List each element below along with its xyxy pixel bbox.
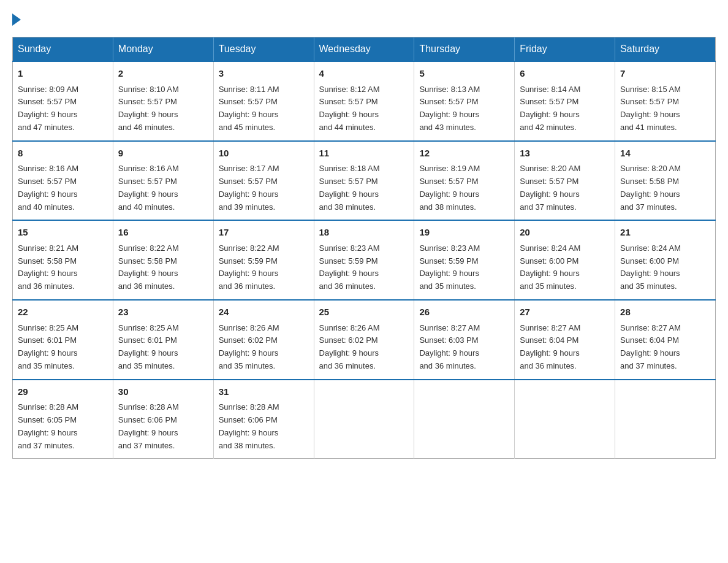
day-info: Sunrise: 8:25 AM Sunset: 6:01 PM Dayligh… xyxy=(118,322,208,373)
calendar-week-row: 15 Sunrise: 8:21 AM Sunset: 5:58 PM Dayl… xyxy=(13,220,716,300)
calendar-cell: 31 Sunrise: 8:28 AM Sunset: 6:06 PM Dayl… xyxy=(213,380,314,459)
calendar-cell: 18 Sunrise: 8:23 AM Sunset: 5:59 PM Dayl… xyxy=(314,220,414,300)
calendar-cell: 1 Sunrise: 8:09 AM Sunset: 5:57 PM Dayli… xyxy=(13,61,113,141)
day-number: 1 xyxy=(18,67,108,81)
day-info: Sunrise: 8:20 AM Sunset: 5:58 PM Dayligh… xyxy=(620,163,710,213)
day-info: Sunrise: 8:16 AM Sunset: 5:57 PM Dayligh… xyxy=(18,163,108,213)
calendar-cell: 27 Sunrise: 8:27 AM Sunset: 6:04 PM Dayl… xyxy=(515,300,615,380)
calendar-cell: 29 Sunrise: 8:28 AM Sunset: 6:05 PM Dayl… xyxy=(13,380,113,459)
day-info: Sunrise: 8:21 AM Sunset: 5:58 PM Dayligh… xyxy=(18,242,108,293)
day-info: Sunrise: 8:27 AM Sunset: 6:04 PM Dayligh… xyxy=(620,322,710,373)
day-number: 31 xyxy=(219,385,309,399)
page-header xyxy=(12,12,716,26)
calendar-cell: 16 Sunrise: 8:22 AM Sunset: 5:58 PM Dayl… xyxy=(113,220,213,300)
calendar-cell xyxy=(314,380,414,459)
calendar-cell: 21 Sunrise: 8:24 AM Sunset: 6:00 PM Dayl… xyxy=(615,220,716,300)
calendar-cell: 12 Sunrise: 8:19 AM Sunset: 5:57 PM Dayl… xyxy=(414,141,515,221)
day-number: 24 xyxy=(219,305,309,320)
day-number: 17 xyxy=(219,226,309,240)
day-number: 29 xyxy=(18,385,108,399)
day-number: 5 xyxy=(419,67,509,81)
day-info: Sunrise: 8:15 AM Sunset: 5:57 PM Dayligh… xyxy=(620,83,710,134)
day-number: 7 xyxy=(620,67,710,81)
weekday-header-saturday: Saturday xyxy=(615,37,716,62)
day-number: 28 xyxy=(620,305,710,320)
calendar-cell xyxy=(615,380,716,459)
day-info: Sunrise: 8:25 AM Sunset: 6:01 PM Dayligh… xyxy=(18,322,108,373)
day-info: Sunrise: 8:18 AM Sunset: 5:57 PM Dayligh… xyxy=(319,163,409,213)
calendar-cell: 10 Sunrise: 8:17 AM Sunset: 5:57 PM Dayl… xyxy=(213,141,314,221)
day-info: Sunrise: 8:10 AM Sunset: 5:57 PM Dayligh… xyxy=(118,83,208,134)
day-info: Sunrise: 8:28 AM Sunset: 6:06 PM Dayligh… xyxy=(219,401,309,452)
calendar-cell: 11 Sunrise: 8:18 AM Sunset: 5:57 PM Dayl… xyxy=(314,141,414,221)
day-info: Sunrise: 8:28 AM Sunset: 6:05 PM Dayligh… xyxy=(18,401,108,452)
calendar-cell: 25 Sunrise: 8:26 AM Sunset: 6:02 PM Dayl… xyxy=(314,300,414,380)
calendar-cell: 23 Sunrise: 8:25 AM Sunset: 6:01 PM Dayl… xyxy=(113,300,213,380)
weekday-header-row: SundayMondayTuesdayWednesdayThursdayFrid… xyxy=(13,37,716,62)
day-number: 25 xyxy=(319,305,409,320)
calendar-cell: 22 Sunrise: 8:25 AM Sunset: 6:01 PM Dayl… xyxy=(13,300,113,380)
day-number: 14 xyxy=(620,147,710,161)
day-number: 12 xyxy=(419,147,509,161)
day-info: Sunrise: 8:24 AM Sunset: 6:00 PM Dayligh… xyxy=(620,242,710,293)
calendar-cell: 3 Sunrise: 8:11 AM Sunset: 5:57 PM Dayli… xyxy=(213,61,314,141)
day-number: 27 xyxy=(520,305,610,320)
day-number: 10 xyxy=(219,147,309,161)
calendar-cell xyxy=(414,380,515,459)
day-info: Sunrise: 8:19 AM Sunset: 5:57 PM Dayligh… xyxy=(419,163,509,213)
day-info: Sunrise: 8:11 AM Sunset: 5:57 PM Dayligh… xyxy=(219,83,309,134)
calendar-cell: 4 Sunrise: 8:12 AM Sunset: 5:57 PM Dayli… xyxy=(314,61,414,141)
weekday-header-tuesday: Tuesday xyxy=(213,37,314,62)
calendar-cell: 14 Sunrise: 8:20 AM Sunset: 5:58 PM Dayl… xyxy=(615,141,716,221)
day-number: 30 xyxy=(118,385,208,399)
day-info: Sunrise: 8:26 AM Sunset: 6:02 PM Dayligh… xyxy=(219,322,309,373)
weekday-header-wednesday: Wednesday xyxy=(314,37,414,62)
calendar-week-row: 29 Sunrise: 8:28 AM Sunset: 6:05 PM Dayl… xyxy=(13,380,716,459)
day-number: 11 xyxy=(319,147,409,161)
day-info: Sunrise: 8:13 AM Sunset: 5:57 PM Dayligh… xyxy=(419,83,509,134)
calendar-week-row: 8 Sunrise: 8:16 AM Sunset: 5:57 PM Dayli… xyxy=(13,141,716,221)
calendar-cell: 24 Sunrise: 8:26 AM Sunset: 6:02 PM Dayl… xyxy=(213,300,314,380)
day-number: 2 xyxy=(118,67,208,81)
day-info: Sunrise: 8:22 AM Sunset: 5:59 PM Dayligh… xyxy=(219,242,309,293)
day-number: 18 xyxy=(319,226,409,240)
day-number: 3 xyxy=(219,67,309,81)
calendar-week-row: 22 Sunrise: 8:25 AM Sunset: 6:01 PM Dayl… xyxy=(13,300,716,380)
calendar-week-row: 1 Sunrise: 8:09 AM Sunset: 5:57 PM Dayli… xyxy=(13,61,716,141)
weekday-header-friday: Friday xyxy=(515,37,615,62)
day-number: 22 xyxy=(18,305,108,320)
calendar-cell: 19 Sunrise: 8:23 AM Sunset: 5:59 PM Dayl… xyxy=(414,220,515,300)
day-number: 16 xyxy=(118,226,208,240)
weekday-header-thursday: Thursday xyxy=(414,37,515,62)
day-info: Sunrise: 8:22 AM Sunset: 5:58 PM Dayligh… xyxy=(118,242,208,293)
day-info: Sunrise: 8:26 AM Sunset: 6:02 PM Dayligh… xyxy=(319,322,409,373)
day-number: 21 xyxy=(620,226,710,240)
weekday-header-sunday: Sunday xyxy=(13,37,113,62)
weekday-header-monday: Monday xyxy=(113,37,213,62)
day-info: Sunrise: 8:28 AM Sunset: 6:06 PM Dayligh… xyxy=(118,401,208,452)
calendar-table: SundayMondayTuesdayWednesdayThursdayFrid… xyxy=(12,37,716,459)
calendar-cell xyxy=(515,380,615,459)
day-info: Sunrise: 8:16 AM Sunset: 5:57 PM Dayligh… xyxy=(118,163,208,213)
day-info: Sunrise: 8:17 AM Sunset: 5:57 PM Dayligh… xyxy=(219,163,309,213)
day-number: 13 xyxy=(520,147,610,161)
day-number: 15 xyxy=(18,226,108,240)
day-number: 4 xyxy=(319,67,409,81)
calendar-cell: 20 Sunrise: 8:24 AM Sunset: 6:00 PM Dayl… xyxy=(515,220,615,300)
day-number: 8 xyxy=(18,147,108,161)
calendar-cell: 6 Sunrise: 8:14 AM Sunset: 5:57 PM Dayli… xyxy=(515,61,615,141)
calendar-cell: 9 Sunrise: 8:16 AM Sunset: 5:57 PM Dayli… xyxy=(113,141,213,221)
calendar-cell: 17 Sunrise: 8:22 AM Sunset: 5:59 PM Dayl… xyxy=(213,220,314,300)
day-info: Sunrise: 8:23 AM Sunset: 5:59 PM Dayligh… xyxy=(319,242,409,293)
calendar-cell: 7 Sunrise: 8:15 AM Sunset: 5:57 PM Dayli… xyxy=(615,61,716,141)
calendar-cell: 28 Sunrise: 8:27 AM Sunset: 6:04 PM Dayl… xyxy=(615,300,716,380)
calendar-cell: 13 Sunrise: 8:20 AM Sunset: 5:57 PM Dayl… xyxy=(515,141,615,221)
day-number: 9 xyxy=(118,147,208,161)
day-info: Sunrise: 8:14 AM Sunset: 5:57 PM Dayligh… xyxy=(520,83,610,134)
day-info: Sunrise: 8:27 AM Sunset: 6:04 PM Dayligh… xyxy=(520,322,610,373)
day-info: Sunrise: 8:24 AM Sunset: 6:00 PM Dayligh… xyxy=(520,242,610,293)
day-info: Sunrise: 8:20 AM Sunset: 5:57 PM Dayligh… xyxy=(520,163,610,213)
calendar-cell: 5 Sunrise: 8:13 AM Sunset: 5:57 PM Dayli… xyxy=(414,61,515,141)
day-number: 20 xyxy=(520,226,610,240)
logo-arrow-icon xyxy=(12,13,21,26)
